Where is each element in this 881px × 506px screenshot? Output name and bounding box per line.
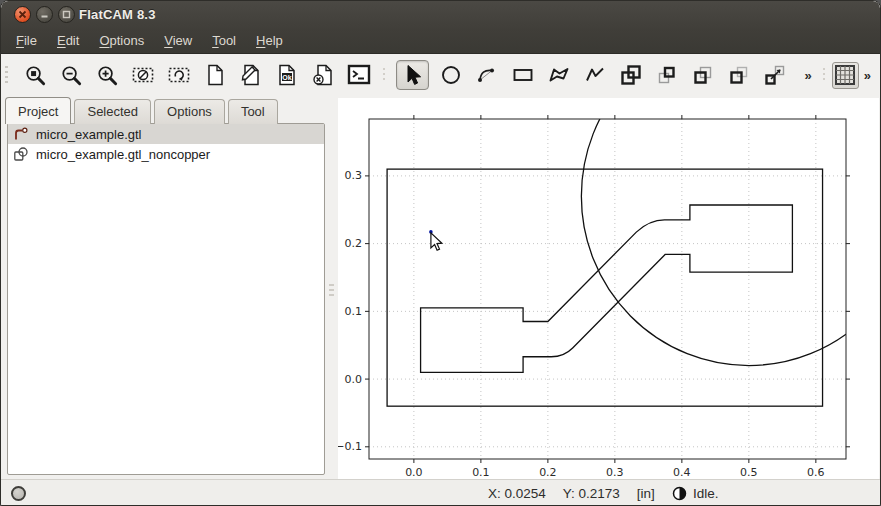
union-icon bbox=[619, 63, 643, 87]
project-tree: micro_example.gtl micro_example.gtl_nonc… bbox=[7, 123, 325, 475]
x-tick-label: 0.3 bbox=[606, 466, 624, 479]
union-button[interactable] bbox=[619, 63, 643, 87]
clear-plot-button[interactable] bbox=[131, 63, 155, 87]
maximize-icon bbox=[62, 10, 71, 19]
geometry-object-icon bbox=[13, 146, 29, 162]
menu-edit[interactable]: Edit bbox=[47, 28, 89, 54]
new-file-icon bbox=[204, 63, 226, 87]
menu-view[interactable]: View bbox=[154, 28, 202, 54]
delete-object-button[interactable] bbox=[311, 63, 335, 87]
status-x-coordinate: X: 0.0254 bbox=[488, 486, 546, 501]
new-project-button[interactable] bbox=[203, 63, 227, 87]
tab-project[interactable]: Project bbox=[5, 97, 71, 124]
move-icon bbox=[763, 63, 787, 87]
x-tick-label: 0.4 bbox=[673, 466, 691, 479]
y-tick-label: 0.1 bbox=[345, 305, 363, 318]
isolation-circle bbox=[581, 98, 879, 366]
draw-path-button[interactable] bbox=[583, 63, 607, 87]
zoom-fit-button[interactable] bbox=[23, 63, 47, 87]
maximize-button[interactable] bbox=[58, 6, 75, 23]
draw-polygon-button[interactable] bbox=[547, 63, 571, 87]
plot-canvas[interactable]: 0.00.10.20.30.40.50.60.30.20.10.0−0.1 bbox=[338, 98, 879, 479]
zoom-in-icon bbox=[96, 64, 119, 87]
open-project-button[interactable] bbox=[239, 63, 263, 87]
tree-item-label: micro_example.gtl bbox=[36, 127, 142, 142]
pointer-icon bbox=[402, 63, 424, 87]
tab-options[interactable]: Options bbox=[154, 99, 225, 124]
x-tick-label: 0.1 bbox=[472, 466, 490, 479]
close-icon bbox=[18, 10, 27, 19]
move-objects-button[interactable] bbox=[763, 63, 787, 87]
tab-tool[interactable]: Tool bbox=[228, 99, 278, 124]
save-project-button[interactable]: Ok bbox=[275, 63, 299, 87]
toolbar-drag-handle[interactable] bbox=[3, 66, 11, 84]
zoom-in-button[interactable] bbox=[95, 63, 119, 87]
plot-axes: 0.00.10.20.30.40.50.60.30.20.10.0−0.1 bbox=[338, 98, 879, 479]
left-panel-tabs: Project Selected Options Tool bbox=[5, 97, 281, 124]
arc-tool-icon bbox=[475, 63, 499, 87]
cut-path-button[interactable] bbox=[727, 63, 751, 87]
window-title: FlatCAM 8.3 bbox=[79, 1, 156, 28]
tree-item-geometry[interactable]: micro_example.gtl_noncopper bbox=[8, 144, 324, 164]
path-tool-icon bbox=[583, 63, 607, 87]
svg-text:Ok: Ok bbox=[282, 74, 291, 81]
y-tick-label: −0.1 bbox=[338, 440, 362, 453]
x-tick-label: 0.6 bbox=[807, 466, 825, 479]
gerber-object-icon bbox=[13, 126, 29, 142]
minimize-icon bbox=[40, 10, 49, 19]
activity-indicator-icon bbox=[11, 486, 26, 501]
grid-icon bbox=[835, 65, 855, 85]
main-toolbar: Ok bbox=[1, 55, 880, 95]
snap-toolbar-overflow-chevron[interactable]: » bbox=[859, 68, 876, 83]
status-state-icon bbox=[672, 486, 687, 501]
x-tick-label: 0.0 bbox=[405, 466, 423, 479]
subtract-button[interactable] bbox=[691, 63, 715, 87]
draw-arc-button[interactable] bbox=[475, 63, 499, 87]
toolbar-separator bbox=[381, 68, 388, 82]
status-units: [in] bbox=[637, 486, 655, 501]
intersection-icon bbox=[655, 63, 679, 87]
statusbar: X: 0.0254 Y: 0.2173 [in] Idle. bbox=[1, 479, 880, 506]
y-tick-label: 0.0 bbox=[345, 373, 363, 386]
y-tick-label: 0.3 bbox=[345, 169, 363, 182]
close-button[interactable] bbox=[14, 6, 31, 23]
menu-tool[interactable]: Tool bbox=[202, 28, 246, 54]
zoom-out-icon bbox=[60, 64, 83, 87]
tree-item-gerber[interactable]: micro_example.gtl bbox=[8, 124, 324, 144]
subtract-icon bbox=[691, 63, 715, 87]
header: FlatCAM 8.3 File Edit Options View Tool … bbox=[1, 1, 880, 54]
polygon-tool-icon bbox=[547, 63, 571, 87]
minimize-button[interactable] bbox=[36, 6, 53, 23]
status-y-coordinate: Y: 0.2173 bbox=[563, 486, 620, 501]
menu-options[interactable]: Options bbox=[89, 28, 154, 54]
snap-toolbar-separator bbox=[821, 68, 828, 82]
panel-splitter[interactable] bbox=[325, 96, 338, 479]
grid-snap-button[interactable] bbox=[832, 62, 859, 89]
toolbar-overflow-chevron[interactable]: » bbox=[800, 68, 817, 83]
circle-tool-icon bbox=[439, 63, 463, 87]
titlebar[interactable]: FlatCAM 8.3 bbox=[1, 1, 880, 28]
intersection-button[interactable] bbox=[655, 63, 679, 87]
draw-circle-button[interactable] bbox=[439, 63, 463, 87]
splitter-grip-icon bbox=[329, 284, 334, 298]
mouse-cursor bbox=[429, 230, 442, 250]
tab-selected[interactable]: Selected bbox=[74, 99, 151, 124]
menu-file[interactable]: File bbox=[6, 28, 47, 54]
cut-icon bbox=[727, 63, 751, 87]
x-tick-label: 0.5 bbox=[740, 466, 758, 479]
zoom-out-button[interactable] bbox=[59, 63, 83, 87]
zoom-fit-icon bbox=[24, 64, 47, 87]
select-tool-button[interactable] bbox=[396, 60, 429, 90]
x-tick-label: 0.2 bbox=[539, 466, 557, 479]
menubar: File Edit Options View Tool Help bbox=[6, 28, 293, 54]
draw-rectangle-button[interactable] bbox=[511, 63, 535, 87]
rectangle-tool-icon bbox=[511, 63, 535, 87]
shell-button[interactable] bbox=[347, 63, 371, 87]
y-tick-label: 0.2 bbox=[345, 237, 363, 250]
delete-icon bbox=[311, 63, 335, 87]
menu-help[interactable]: Help bbox=[246, 28, 293, 54]
terminal-icon bbox=[347, 64, 371, 86]
replot-button[interactable] bbox=[167, 63, 191, 87]
flatcam-window: FlatCAM 8.3 File Edit Options View Tool … bbox=[0, 0, 881, 506]
open-file-icon bbox=[239, 63, 263, 87]
